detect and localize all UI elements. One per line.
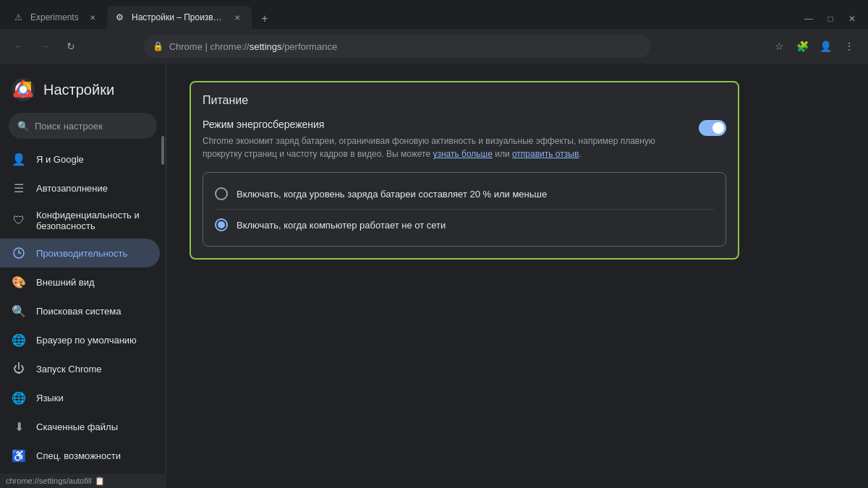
sidebar-item-languages-label: Языки xyxy=(36,393,64,403)
sidebar-item-accessibility[interactable]: ♿ Спец. возможности xyxy=(0,441,160,470)
tab-bar: ⚠ Experiments ✕ ⚙ Настройки – Производит… xyxy=(0,0,868,29)
experiments-tab-icon: ⚠ xyxy=(14,12,25,22)
sidebar-item-performance[interactable]: Производительность xyxy=(0,239,160,267)
power-section-card: Питание Режим энергосбережения Chrome эк… xyxy=(190,81,739,260)
radio-label-unplugged: Включать, когда компьютер работает не от… xyxy=(237,220,446,231)
sidebar-item-appearance[interactable]: 🎨 Внешний вид xyxy=(0,267,160,296)
sidebar-item-browser-label: Браузер по умолчанию xyxy=(36,335,137,346)
forward-button[interactable]: → xyxy=(35,36,55,56)
sidebar-item-accessibility-label: Спец. возможности xyxy=(36,450,121,461)
minimize-button[interactable]: — xyxy=(799,9,819,29)
sidebar-item-search-label: Поисковая система xyxy=(36,306,122,317)
sidebar-item-privacy[interactable]: 🛡 Конфиденциальность и безопасность xyxy=(0,202,160,239)
settings-search[interactable]: 🔍 Поиск настроек xyxy=(9,113,157,139)
search-engine-icon: 🔍 xyxy=(12,304,26,318)
lock-icon: 🔒 xyxy=(153,41,163,51)
radio-option-unplugged[interactable]: Включать, когда компьютер работает не от… xyxy=(215,209,714,240)
sidebar-item-languages[interactable]: 🌐 Языки xyxy=(0,383,160,412)
back-button[interactable]: ← xyxy=(9,36,29,56)
user-icon: 👤 xyxy=(12,152,26,166)
search-icon: 🔍 xyxy=(17,121,29,132)
sidebar-item-google-label: Я и Google xyxy=(36,154,84,165)
sidebar-item-startup[interactable]: ⏻ Запуск Chrome xyxy=(0,354,160,383)
appearance-icon: 🎨 xyxy=(12,275,26,289)
settings-tab-icon: ⚙ xyxy=(116,12,126,22)
reload-button[interactable]: ↻ xyxy=(61,36,81,56)
experiments-tab-label: Experiments xyxy=(30,12,81,22)
performance-icon xyxy=(12,246,26,260)
autofill-icon: ☰ xyxy=(12,181,26,195)
sidebar-item-downloads[interactable]: ⬇ Скаченные файлы xyxy=(0,412,160,441)
experiments-tab-close[interactable]: ✕ xyxy=(87,12,98,23)
radio-circle-unplugged xyxy=(215,218,228,231)
shield-icon: 🛡 xyxy=(12,213,26,228)
sidebar: Настройки 🔍 Поиск настроек 👤 Я и Google … xyxy=(0,64,166,488)
content-area: Питание Режим энергосбережения Chrome эк… xyxy=(166,64,868,488)
desc-text-1: Chrome экономит заряд батареи, ограничив… xyxy=(203,136,655,159)
energy-saver-name: Режим энергосбережения xyxy=(203,119,687,130)
profile-button[interactable]: 👤 xyxy=(816,36,836,56)
section-title: Питание xyxy=(203,94,726,107)
radio-circle-battery20 xyxy=(215,187,228,200)
sidebar-title: Настройки xyxy=(43,82,114,98)
address-url-highlight: settings xyxy=(250,41,282,52)
new-tab-button[interactable]: + xyxy=(255,9,275,29)
energy-saver-description: Chrome экономит заряд батареи, ограничив… xyxy=(203,134,687,160)
energy-saver-toggle[interactable] xyxy=(699,120,726,136)
maximize-button[interactable]: □ xyxy=(820,9,841,29)
status-bar: chrome://settings/autofill 📋 xyxy=(0,474,166,488)
accessibility-icon: ♿ xyxy=(12,448,26,463)
address-field[interactable]: 🔒 Chrome | chrome://settings/performance xyxy=(144,35,650,58)
address-url-dim: chrome:// xyxy=(210,41,250,52)
sidebar-item-google[interactable]: 👤 Я и Google xyxy=(0,145,160,174)
extensions-button[interactable]: 🧩 xyxy=(793,36,813,56)
sidebar-item-appearance-label: Внешний вид xyxy=(36,277,95,288)
sidebar-item-search[interactable]: 🔍 Поисковая система xyxy=(0,296,160,325)
close-button[interactable]: ✕ xyxy=(842,9,862,29)
learn-more-link[interactable]: узнать больше xyxy=(433,149,492,159)
settings-tab-close[interactable]: ✕ xyxy=(231,12,243,23)
address-bar: ← → ↻ 🔒 Chrome | chrome://settings/perfo… xyxy=(0,29,868,64)
sidebar-item-default-browser[interactable]: 🌐 Браузер по умолчанию xyxy=(0,325,160,354)
tab-settings-performance[interactable]: ⚙ Настройки – Производительность ✕ xyxy=(107,6,252,29)
radio-label-battery20: Включать, когда уровень заряда батареи с… xyxy=(237,189,547,200)
status-url: chrome://settings/autofill xyxy=(6,476,92,485)
address-url-path: /performance xyxy=(282,41,338,52)
startup-icon: ⏻ xyxy=(12,361,26,376)
svg-point-3 xyxy=(20,86,27,93)
energy-saver-info: Режим энергосбережения Chrome экономит з… xyxy=(203,119,687,160)
browser-icon: 🌐 xyxy=(12,333,26,347)
toolbar-right: ☆ 🧩 👤 ⋮ xyxy=(770,36,859,56)
energy-saver-setting-row: Режим энергосбережения Chrome экономит з… xyxy=(203,119,726,160)
scroll-indicator xyxy=(161,136,164,165)
sidebar-item-privacy-label: Конфиденциальность и безопасность xyxy=(36,210,148,231)
sidebar-header: Настройки xyxy=(0,69,166,110)
languages-icon: 🌐 xyxy=(12,390,26,405)
sidebar-item-autofill-label: Автозаполнение xyxy=(36,183,108,194)
sidebar-item-autofill[interactable]: ☰ Автозаполнение xyxy=(0,174,160,202)
address-prefix: Chrome xyxy=(169,41,203,52)
settings-tab-label: Настройки – Производительность xyxy=(132,12,226,22)
browser-window: ⚠ Experiments ✕ ⚙ Настройки – Производит… xyxy=(0,0,868,488)
desc-text-2: или xyxy=(493,149,512,159)
send-feedback-link[interactable]: отправить отзыв xyxy=(512,149,579,159)
more-button[interactable]: ⋮ xyxy=(839,36,859,56)
radio-options-box: Включать, когда уровень заряда батареи с… xyxy=(203,172,726,247)
downloads-icon: ⬇ xyxy=(12,419,26,434)
chrome-logo-icon xyxy=(12,78,35,101)
search-placeholder: Поиск настроек xyxy=(35,121,103,132)
status-icon: 📋 xyxy=(95,476,105,486)
main-layout: Настройки 🔍 Поиск настроек 👤 Я и Google … xyxy=(0,64,868,488)
sidebar-item-downloads-label: Скаченные файлы xyxy=(36,421,118,432)
sidebar-item-performance-label: Производительность xyxy=(36,248,127,259)
bookmark-button[interactable]: ☆ xyxy=(770,36,790,56)
desc-text-3: . xyxy=(579,149,581,159)
sidebar-item-startup-label: Запуск Chrome xyxy=(36,364,102,374)
radio-option-battery20[interactable]: Включать, когда уровень заряда батареи с… xyxy=(215,179,714,209)
address-text: Chrome | chrome://settings/performance xyxy=(169,41,337,52)
tab-experiments[interactable]: ⚠ Experiments ✕ xyxy=(6,6,107,29)
